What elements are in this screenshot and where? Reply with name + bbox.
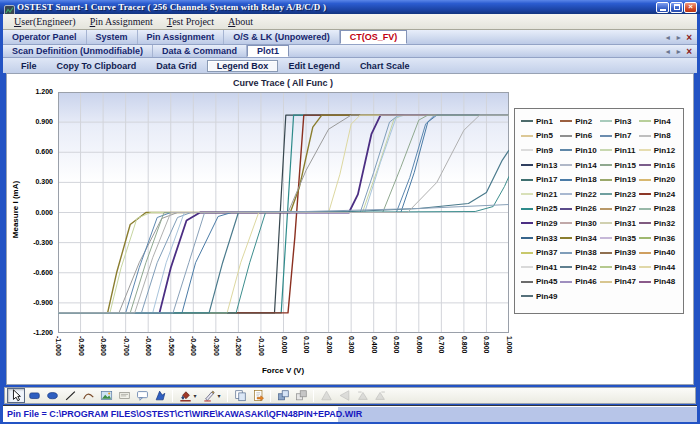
- legend-label: Pin17: [536, 175, 557, 184]
- tab-scroll-left-icon[interactable]: ◄: [664, 48, 671, 55]
- tab-scroll-right-icon[interactable]: ►: [675, 48, 682, 55]
- minimize-button[interactable]: [656, 2, 669, 13]
- flip-vertical-icon: [320, 389, 333, 402]
- legend-item-pin24: Pin24: [639, 190, 678, 199]
- legend-label: Pin20: [654, 175, 675, 184]
- legend-swatch-icon: [560, 281, 572, 283]
- chart-toolbar-copy-to-clipboard-button[interactable]: Copy To Clipboard: [47, 60, 147, 72]
- legend-swatch-icon: [521, 179, 533, 181]
- export-tool[interactable]: [249, 388, 267, 403]
- flip-horizontal-icon: [338, 389, 351, 402]
- arc-tool[interactable]: [79, 388, 97, 403]
- legend-item-pin19: Pin19: [600, 175, 639, 184]
- picture-tool[interactable]: [97, 388, 115, 403]
- line-tool[interactable]: [61, 388, 79, 403]
- legend-item-pin5: Pin5: [521, 131, 560, 140]
- legend-label: Pin36: [654, 234, 675, 243]
- legend-label: Pin27: [615, 204, 636, 213]
- legend-label: Pin22: [575, 190, 596, 199]
- chart-toolbar-legend-box-button[interactable]: Legend Box: [207, 60, 279, 72]
- line-style-tool[interactable]: ▾: [200, 388, 224, 403]
- secondary-tab-nav: ◄►×: [659, 45, 697, 57]
- tab-scan-definition-unmodifiable[interactable]: Scan Definition (Unmodifiable): [3, 45, 153, 57]
- legend-label: Pin15: [615, 161, 636, 170]
- legend-item-pin36: Pin36: [639, 234, 678, 243]
- restore-button[interactable]: [670, 2, 683, 13]
- menu-item-about[interactable]: About: [221, 16, 260, 27]
- order-front-icon: [277, 389, 290, 402]
- chart-toolbar-file-button[interactable]: File: [11, 60, 47, 72]
- x-tick-label: 0.800: [461, 336, 468, 366]
- legend-label: Pin6: [575, 131, 592, 140]
- x-tick-label: -0.200: [235, 336, 242, 366]
- tab-data-command[interactable]: Data & Command: [153, 45, 247, 57]
- legend-item-pin15: Pin15: [600, 161, 639, 170]
- plot-area[interactable]: [58, 92, 509, 333]
- chart-toolbar-data-grid-button[interactable]: Data Grid: [146, 60, 207, 72]
- menu-item-pin-assignment[interactable]: Pin Assignment: [83, 16, 160, 27]
- menu-item-user-engineer[interactable]: User(Engineer): [7, 16, 83, 27]
- legend-swatch-icon: [600, 193, 612, 195]
- close-button[interactable]: ×: [684, 2, 697, 13]
- legend-label: Pin44: [654, 263, 675, 272]
- legend-label: Pin5: [536, 131, 553, 140]
- legend-swatch-icon: [600, 237, 612, 239]
- order-back-tool[interactable]: [292, 388, 310, 403]
- x-tick-label: 0.200: [326, 336, 333, 366]
- y-tick-label: -1.200: [19, 329, 53, 337]
- tab-operator-panel[interactable]: Operator Panel: [3, 30, 87, 44]
- tab-pin-assignment[interactable]: Pin Assignment: [138, 30, 225, 44]
- picture-icon: [100, 389, 113, 402]
- select-cursor-tool[interactable]: [7, 388, 25, 403]
- order-front-tool[interactable]: [274, 388, 292, 403]
- y-tick-label: -0.600: [19, 269, 53, 277]
- legend-label: Pin21: [536, 190, 557, 199]
- fill-color-tool[interactable]: ▾: [176, 388, 200, 403]
- legend-label: Pin13: [536, 161, 557, 170]
- legend-swatch-icon: [521, 252, 533, 254]
- comment-tool[interactable]: [133, 388, 151, 403]
- polygon-tool[interactable]: [151, 388, 169, 403]
- legend-item-pin9: Pin9: [521, 146, 560, 155]
- x-tick-label: 0.400: [371, 336, 378, 366]
- tab-close-icon[interactable]: ×: [686, 46, 692, 57]
- x-tick-label: 0.000: [281, 336, 288, 366]
- chart-toolbar-edit-legend-button[interactable]: Edit Legend: [278, 60, 350, 72]
- legend-label: Pin46: [575, 277, 596, 286]
- legend-swatch-icon: [521, 208, 533, 210]
- x-tick-label: -1.000: [55, 336, 62, 366]
- tab-plot1[interactable]: Plot1: [247, 45, 289, 57]
- toolbar-separator: [313, 390, 314, 402]
- menu-item-test-project[interactable]: Test Project: [160, 16, 221, 27]
- legend-swatch-icon: [639, 237, 651, 239]
- tab-ct-os-fv[interactable]: CT(OS_FV): [340, 30, 408, 44]
- ellipse-icon: [46, 389, 59, 402]
- tab-system[interactable]: System: [87, 30, 138, 44]
- ellipse-tool[interactable]: [43, 388, 61, 403]
- legend-swatch-icon: [521, 281, 533, 283]
- chart-toolbar-chart-scale-button[interactable]: Chart Scale: [350, 60, 420, 72]
- fill-color-icon: [179, 389, 192, 402]
- legend-box: Pin1Pin2Pin3Pin4Pin5Pin6Pin7Pin8Pin9Pin1…: [514, 108, 684, 314]
- legend-label: Pin49: [536, 292, 557, 301]
- legend-item-pin27: Pin27: [600, 204, 639, 213]
- legend-item-pin7: Pin7: [600, 131, 639, 140]
- tab-scroll-left-icon[interactable]: ◄: [664, 34, 671, 41]
- legend-label: Pin30: [575, 219, 596, 228]
- legend-item-pin16: Pin16: [639, 161, 678, 170]
- legend-label: Pin18: [575, 175, 596, 184]
- polygon-icon: [154, 389, 167, 402]
- legend-swatch-icon: [600, 179, 612, 181]
- copy-tool[interactable]: [231, 388, 249, 403]
- y-tick-label: 1.200: [19, 88, 53, 96]
- tab-close-icon[interactable]: ×: [686, 32, 692, 43]
- tab-o-s-lk-unpowered[interactable]: O/S & LK (Unpowered): [224, 30, 340, 44]
- legend-item-pin25: Pin25: [521, 204, 560, 213]
- select-cursor-icon: [10, 389, 23, 402]
- textbox-tool[interactable]: [115, 388, 133, 403]
- line-style-icon: [203, 389, 216, 402]
- secondary-tab-bar: Scan Definition (Unmodifiable)Data & Com…: [3, 45, 697, 58]
- tab-scroll-right-icon[interactable]: ►: [675, 34, 682, 41]
- legend-label: Pin40: [654, 248, 675, 257]
- rectangle-tool[interactable]: [25, 388, 43, 403]
